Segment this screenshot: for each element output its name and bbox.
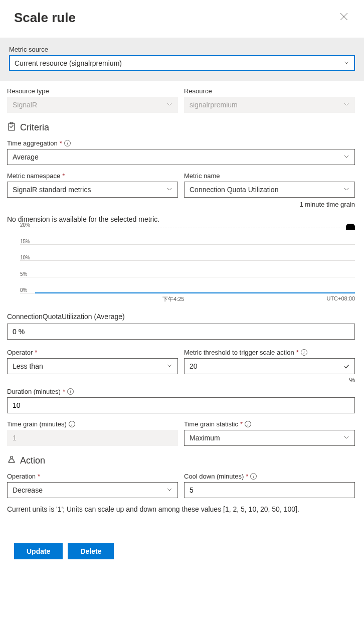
info-icon[interactable]: i xyxy=(301,349,307,356)
threshold-unit: % xyxy=(184,376,355,384)
ytick-label: 20% xyxy=(20,222,30,228)
operator-select[interactable]: Less than xyxy=(7,358,178,374)
time-grain-stat-select[interactable]: Maximum xyxy=(184,430,355,446)
resource-select: signalrpremium xyxy=(184,97,355,113)
chevron-down-icon xyxy=(343,153,349,161)
chevron-down-icon xyxy=(166,101,172,109)
metric-name-value: Connection Quota Utilization xyxy=(190,186,278,194)
resource-type-label: Resource type xyxy=(7,87,178,95)
operator-value: Less than xyxy=(13,362,43,370)
criteria-heading: Criteria xyxy=(20,122,49,133)
resource-type-value: SignalR xyxy=(13,101,37,109)
threshold-value: 20 xyxy=(190,362,198,370)
info-icon[interactable]: i xyxy=(245,421,251,427)
metric-namespace-value: SignalR standard metrics xyxy=(13,186,91,194)
chevron-down-icon xyxy=(343,434,349,442)
metric-source-value: Current resource (signalrpremium) xyxy=(15,59,122,67)
info-icon[interactable]: i xyxy=(67,388,74,395)
duration-label: Duration (minutes) xyxy=(7,388,61,395)
metric-namespace-select[interactable]: SignalR standard metrics xyxy=(7,182,178,198)
metric-namespace-label: Metric namespace xyxy=(7,172,60,180)
chevron-down-icon xyxy=(166,363,172,370)
close-button[interactable] xyxy=(338,11,350,25)
clipboard-icon xyxy=(7,122,16,133)
chart-data-marker xyxy=(346,224,355,230)
time-aggregation-select[interactable]: Average xyxy=(7,149,355,165)
chevron-down-icon xyxy=(343,101,349,109)
time-aggregation-label: Time aggregation xyxy=(7,139,58,147)
close-icon xyxy=(340,13,348,21)
action-heading: Action xyxy=(20,455,45,466)
resource-value: signalrpremium xyxy=(190,101,238,109)
panel-title: Scale rule xyxy=(14,10,76,26)
threshold-input[interactable]: 20 xyxy=(184,358,355,374)
chart-legend: ConnectionQuotaUtilization (Average) xyxy=(7,313,355,321)
ytick-label: 0% xyxy=(20,287,27,293)
check-icon xyxy=(343,363,349,371)
chevron-down-icon xyxy=(343,186,349,194)
resource-type-select: SignalR xyxy=(7,97,178,113)
operation-value: Decrease xyxy=(13,486,43,494)
update-button[interactable]: Update xyxy=(14,543,63,559)
time-grain-stat-label: Time grain statistic xyxy=(184,420,238,428)
time-grain-label: Time grain (minutes) xyxy=(7,420,67,428)
chevron-down-icon xyxy=(166,487,172,494)
time-aggregation-value: Average xyxy=(13,153,39,161)
units-note: Current units is '1'; Units can scale up… xyxy=(7,505,355,513)
info-icon[interactable]: i xyxy=(64,140,71,146)
operation-select[interactable]: Decrease xyxy=(7,482,178,498)
duration-input[interactable] xyxy=(7,397,355,413)
metric-name-select[interactable]: Connection Quota Utilization xyxy=(184,182,355,198)
legend-value-input[interactable] xyxy=(7,324,355,340)
operation-label: Operation xyxy=(7,473,36,480)
action-icon xyxy=(7,455,16,467)
operator-label: Operator xyxy=(7,349,33,356)
metric-source-label: Metric source xyxy=(9,46,355,53)
metric-chart: 20% 15% 10% 5% 0% 下午4:25 UTC+08:00 xyxy=(7,228,355,308)
cooldown-input[interactable] xyxy=(184,482,355,498)
no-dimension-note: No dimension is available for the select… xyxy=(7,215,355,223)
time-grain-input xyxy=(7,430,178,446)
resource-label: Resource xyxy=(184,87,355,95)
chart-series-line xyxy=(35,292,355,293)
x-center-label: 下午4:25 xyxy=(20,295,326,303)
info-icon[interactable]: i xyxy=(250,473,257,480)
threshold-label: Metric threshold to trigger scale action xyxy=(184,349,294,356)
tz-label: UTC+08:00 xyxy=(326,295,355,303)
ytick-label: 10% xyxy=(20,255,30,260)
ytick-label: 5% xyxy=(20,271,27,277)
metric-name-label: Metric name xyxy=(184,172,355,180)
svg-point-4 xyxy=(11,456,13,459)
time-grain-stat-value: Maximum xyxy=(190,434,220,442)
ytick-label: 15% xyxy=(20,239,30,244)
chevron-down-icon xyxy=(166,186,172,194)
time-grain-note: 1 minute time grain xyxy=(7,201,355,208)
chevron-down-icon xyxy=(343,60,349,67)
metric-source-select[interactable]: Current resource (signalrpremium) xyxy=(9,55,355,71)
info-icon[interactable]: i xyxy=(69,421,75,427)
cooldown-label: Cool down (minutes) xyxy=(184,473,244,480)
delete-button[interactable]: Delete xyxy=(68,543,114,559)
